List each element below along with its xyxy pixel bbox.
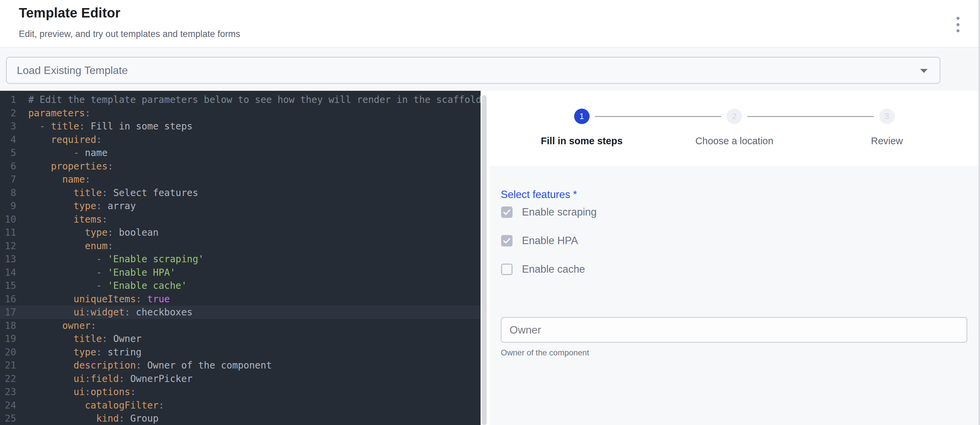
code-line[interactable]: 1# Edit the template parameters below to… (0, 93, 480, 107)
line-number: 3 (0, 120, 16, 133)
page-header: Template Editor Edit, preview, and try o… (0, 0, 980, 48)
code-line[interactable]: 10 items: (0, 213, 480, 226)
feature-checkbox-row[interactable]: Enable scraping (501, 206, 597, 218)
code-line[interactable]: 25 kind: Group (0, 412, 480, 425)
line-number: 16 (0, 293, 16, 306)
code-text: description: Owner of the component (16, 359, 272, 372)
code-text: catalogFilter: (16, 399, 164, 412)
window-scrollbar-track (978, 0, 980, 425)
code-text: - 'Enable scraping' (16, 253, 204, 266)
line-number: 9 (0, 199, 16, 213)
code-line[interactable]: 21 description: Owner of the component (0, 359, 480, 372)
load-template-toolbar: Load Existing Template (0, 49, 980, 91)
line-number: 22 (0, 372, 16, 386)
code-text: ui:widget: checkboxes (16, 306, 192, 319)
code-line[interactable]: 17 ui:widget: checkboxes (0, 306, 480, 319)
required-marker: * (573, 189, 577, 201)
code-line[interactable]: 14 - 'Enable HPA' (0, 266, 480, 279)
code-line[interactable]: 20 type: string (0, 345, 480, 359)
checkbox-checked-icon[interactable] (501, 207, 512, 218)
line-number: 12 (0, 239, 16, 253)
code-line[interactable]: 5 - name (0, 146, 480, 160)
page-subtitle: Edit, preview, and try out templates and… (19, 29, 240, 39)
checkbox-unchecked-icon[interactable] (501, 264, 512, 275)
code-text: title: Owner (16, 332, 142, 345)
line-number: 4 (0, 133, 16, 146)
line-number: 10 (0, 213, 16, 226)
stepper-step-2[interactable]: 2Choose a location (695, 108, 773, 146)
code-line[interactable]: 22 ui:field: OwnerPicker (0, 372, 480, 386)
code-line[interactable]: 16 uniqueItems: true (0, 293, 480, 306)
feature-checkbox-label: Enable cache (522, 263, 585, 275)
line-number: 20 (0, 345, 16, 359)
code-line[interactable]: 13 - 'Enable scraping' (0, 253, 480, 266)
load-existing-template-select[interactable]: Load Existing Template (6, 57, 940, 84)
code-text: - title: Fill in some steps (16, 120, 192, 133)
step-number-badge: 3 (879, 108, 895, 124)
code-line[interactable]: 6 properties: (0, 160, 480, 173)
code-line[interactable]: 18 owner: (0, 319, 480, 333)
line-number: 7 (0, 173, 16, 186)
yaml-code-editor[interactable]: 1# Edit the template parameters below to… (0, 91, 480, 425)
step-number-badge: 2 (727, 108, 742, 124)
code-text: - 'Enable HPA' (16, 266, 175, 279)
feature-checkbox-row[interactable]: Enable cache (501, 263, 585, 275)
stepper: 1Fill in some steps2Choose a location3Re… (490, 91, 978, 166)
load-existing-template-placeholder: Load Existing Template (17, 64, 128, 76)
code-line[interactable]: 7 name: (0, 173, 480, 186)
line-number: 11 (0, 226, 16, 239)
code-text: ui:field: OwnerPicker (16, 372, 192, 386)
code-line[interactable]: 19 title: Owner (0, 332, 480, 345)
stepper-step-3[interactable]: 3Review (871, 108, 903, 146)
feature-checkbox-label: Enable scraping (522, 206, 597, 218)
line-number: 15 (0, 279, 16, 293)
code-text: - name (16, 146, 108, 160)
code-text: title: Select features (16, 186, 198, 200)
code-text: type: string (16, 345, 142, 359)
line-number: 21 (0, 359, 16, 372)
code-line[interactable]: 9 type: array (0, 199, 480, 213)
code-text: enum: (16, 239, 113, 253)
code-text: uniqueItems: true (16, 293, 170, 306)
code-line[interactable]: 11 type: boolean (0, 226, 480, 239)
owner-helper-text: Owner of the component (501, 348, 589, 357)
checkbox-checked-icon[interactable] (501, 235, 512, 247)
code-text: type: array (16, 199, 136, 213)
page-title: Template Editor (19, 5, 120, 21)
code-text: parameters: (16, 107, 91, 120)
line-number: 17 (0, 306, 16, 319)
code-line[interactable]: 3 - title: Fill in some steps (0, 120, 480, 133)
line-number: 23 (0, 385, 16, 399)
code-line[interactable]: 24 catalogFilter: (0, 399, 480, 412)
editor-scrollbar[interactable] (482, 95, 487, 425)
more-options-kebab-icon[interactable] (954, 17, 962, 32)
line-number: 2 (0, 107, 16, 120)
code-text: kind: Group (16, 412, 159, 425)
line-number: 6 (0, 160, 16, 173)
code-line[interactable]: 2parameters: (0, 107, 480, 120)
feature-checkbox-label: Enable HPA (522, 235, 578, 247)
step-label: Fill in some steps (541, 135, 622, 146)
code-text: ui:options: (16, 385, 136, 399)
owner-input[interactable] (501, 317, 967, 342)
line-number: 13 (0, 253, 16, 266)
feature-checkbox-row[interactable]: Enable HPA (501, 235, 578, 247)
code-line[interactable]: 23 ui:options: (0, 385, 480, 399)
code-text: # Edit the template parameters below to … (16, 93, 480, 107)
template-editor-page: Template Editor Edit, preview, and try o… (0, 0, 980, 425)
code-text: - 'Enable cache' (16, 279, 187, 293)
code-text: properties: (16, 160, 113, 173)
code-line[interactable]: 15 - 'Enable cache' (0, 279, 480, 293)
stepper-step-1[interactable]: 1Fill in some steps (541, 108, 622, 146)
chevron-down-icon (920, 69, 928, 73)
template-form-preview: Select features* Enable scrapingEnable H… (490, 166, 978, 425)
step-number-badge: 1 (574, 108, 589, 124)
line-number: 8 (0, 186, 16, 200)
line-number: 25 (0, 412, 16, 425)
code-line[interactable]: 8 title: Select features (0, 186, 480, 200)
code-line[interactable]: 12 enum: (0, 239, 480, 253)
line-number: 18 (0, 319, 16, 333)
code-text: items: (16, 213, 108, 226)
line-number: 14 (0, 266, 16, 279)
code-line[interactable]: 4 required: (0, 133, 480, 146)
